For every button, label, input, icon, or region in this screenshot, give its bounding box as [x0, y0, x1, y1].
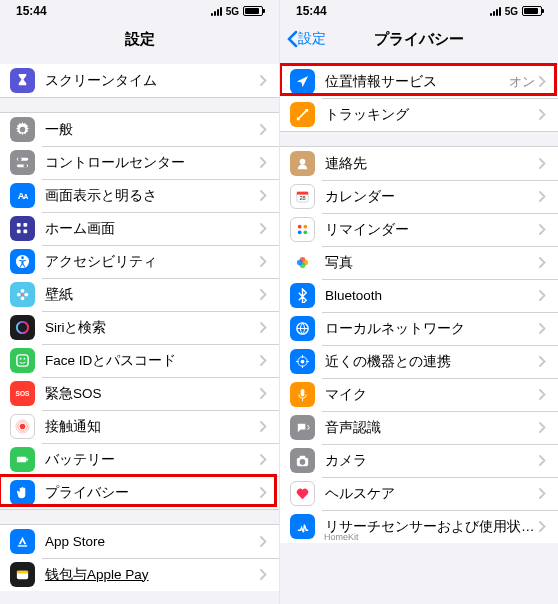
row-contacts[interactable]: 連絡先	[280, 147, 558, 180]
nav-bar: 設定	[0, 22, 279, 56]
row-display[interactable]: AA 画面表示と明るさ	[0, 179, 279, 212]
row-home-screen[interactable]: ホーム画面	[0, 212, 279, 245]
row-wallpaper[interactable]: 壁紙	[0, 278, 279, 311]
svg-point-16	[24, 293, 28, 297]
svg-rect-45	[301, 389, 305, 397]
chevron-right-icon	[260, 157, 267, 168]
row-label-local-network: ローカルネットワーク	[325, 320, 539, 338]
row-privacy[interactable]: プライバシー	[0, 476, 279, 509]
nearby-icon	[290, 349, 315, 374]
row-bluetooth[interactable]: Bluetooth	[280, 279, 558, 312]
svg-point-15	[17, 293, 21, 297]
settings-group: スクリーンタイム	[0, 64, 279, 98]
text-size-icon: AA	[10, 183, 35, 208]
row-research[interactable]: リサーチセンサーおよび使用状況データ HomeKit	[280, 510, 558, 543]
flower-icon	[10, 282, 35, 307]
chevron-right-icon	[539, 488, 546, 499]
switches-icon	[10, 150, 35, 175]
row-tracking[interactable]: トラッキング	[280, 98, 558, 131]
network-label: 5G	[226, 6, 239, 17]
chevron-right-icon	[260, 569, 267, 580]
chevron-right-icon	[260, 421, 267, 432]
row-label-health: ヘルスケア	[325, 485, 539, 503]
contacts-icon	[290, 151, 315, 176]
content: スクリーンタイム 一般 コントロールセンター AA 画面表示と明るさ ホーム画面…	[0, 56, 279, 604]
row-local-network[interactable]: ローカルネットワーク	[280, 312, 558, 345]
left-phone: 15:44 5G 設定 スクリーンタイム 一般 コントロールセンター AA 画面…	[0, 0, 279, 604]
svg-rect-26	[26, 459, 28, 461]
row-siri[interactable]: Siriと検索	[0, 311, 279, 344]
gear-icon	[10, 117, 35, 142]
svg-point-41	[297, 260, 303, 266]
chevron-right-icon	[539, 521, 546, 532]
row-wallet[interactable]: 钱包与Apple Pay	[0, 558, 279, 591]
status-time: 15:44	[296, 4, 327, 18]
chevron-right-icon	[260, 388, 267, 399]
chevron-right-icon	[539, 76, 546, 87]
svg-rect-29	[17, 571, 28, 574]
row-label-siri: Siriと検索	[45, 319, 260, 337]
svg-rect-48	[300, 456, 306, 459]
row-reminders[interactable]: リマインダー	[280, 213, 558, 246]
chevron-right-icon	[539, 356, 546, 367]
svg-rect-25	[17, 457, 26, 463]
row-label-calendar: カレンダー	[325, 188, 539, 206]
hand-icon	[10, 480, 35, 505]
row-sos[interactable]: SOS 緊急SOS	[0, 377, 279, 410]
svg-rect-27	[18, 545, 27, 546]
row-label-display: 画面表示と明るさ	[45, 187, 260, 205]
row-app-store[interactable]: App Store	[0, 525, 279, 558]
row-photos[interactable]: 写真	[280, 246, 558, 279]
wallet-icon	[10, 562, 35, 587]
row-subtext-research: HomeKit	[324, 532, 359, 542]
row-calendar[interactable]: 28 カレンダー	[280, 180, 558, 213]
svg-point-14	[21, 296, 25, 300]
row-accessibility[interactable]: アクセシビリティ	[0, 245, 279, 278]
nav-title: プライバシー	[374, 30, 464, 49]
row-label-screen-time: スクリーンタイム	[45, 72, 260, 90]
row-battery[interactable]: バッテリー	[0, 443, 279, 476]
row-health[interactable]: ヘルスケア	[280, 477, 558, 510]
content: 位置情報サービス オン トラッキング 連絡先 28 カレンダー リマインダー 写…	[280, 56, 558, 604]
row-nearby[interactable]: 近くの機器との連携	[280, 345, 558, 378]
row-value-location: オン	[509, 73, 535, 91]
settings-group: 一般 コントロールセンター AA 画面表示と明るさ ホーム画面 アクセシビリティ…	[0, 112, 279, 510]
row-general[interactable]: 一般	[0, 113, 279, 146]
svg-point-19	[20, 358, 22, 360]
row-screen-time[interactable]: スクリーンタイム	[0, 64, 279, 97]
photos-icon	[290, 250, 315, 275]
chevron-right-icon	[260, 223, 267, 234]
row-label-wallet: 钱包与Apple Pay	[45, 566, 260, 584]
row-faceid[interactable]: Face IDとパスコード	[0, 344, 279, 377]
svg-text:28: 28	[299, 195, 305, 201]
chevron-right-icon	[260, 536, 267, 547]
nav-back[interactable]: 設定	[286, 30, 326, 48]
chevron-right-icon	[539, 109, 546, 120]
row-speech[interactable]: 音声認識	[280, 411, 558, 444]
battery-icon	[10, 447, 35, 472]
network-icon	[290, 316, 315, 341]
row-microphone[interactable]: マイク	[280, 378, 558, 411]
svg-point-20	[23, 358, 25, 360]
location-icon	[290, 69, 315, 94]
svg-rect-32	[297, 192, 308, 195]
camera-icon	[290, 448, 315, 473]
row-location[interactable]: 位置情報サービス オン	[280, 65, 558, 98]
row-label-microphone: マイク	[325, 386, 539, 404]
row-exposure[interactable]: 接触通知	[0, 410, 279, 443]
research-icon	[290, 514, 315, 539]
row-camera[interactable]: カメラ	[280, 444, 558, 477]
row-label-reminders: リマインダー	[325, 221, 539, 239]
status-bar: 15:44 5G	[0, 0, 279, 22]
chevron-right-icon	[260, 256, 267, 267]
chevron-right-icon	[539, 158, 546, 169]
svg-point-47	[300, 459, 306, 465]
svg-rect-8	[17, 229, 21, 233]
health-icon	[290, 481, 315, 506]
hourglass-icon	[10, 68, 35, 93]
chevron-right-icon	[260, 75, 267, 86]
row-control-center[interactable]: コントロールセンター	[0, 146, 279, 179]
chevron-right-icon	[260, 454, 267, 465]
nav-bar: 設定プライバシー	[280, 22, 558, 56]
settings-group: App Store 钱包与Apple Pay	[0, 524, 279, 591]
